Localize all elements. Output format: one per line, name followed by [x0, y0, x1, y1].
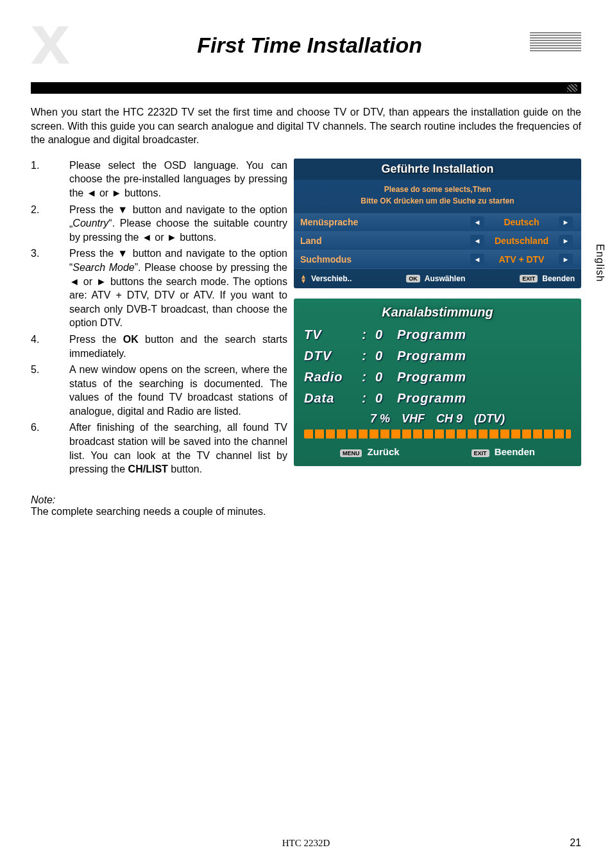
osd1-row-label: Land	[300, 236, 468, 246]
arrow-right-icon[interactable]: ►	[559, 235, 573, 247]
page-number: 21	[570, 837, 581, 849]
osd-channel-tuning: Kanalabstimmung TV:0ProgrammDTV:0Program…	[294, 299, 581, 466]
arrow-left-icon[interactable]: ◄	[470, 254, 484, 265]
osd-guided-installation: Geführte Installation Please do some sel…	[294, 159, 581, 288]
osd1-row-value: ATV + DTV	[486, 254, 557, 265]
osd1-row-value: Deutschland	[486, 236, 557, 246]
exit-key-icon: EXIT	[520, 275, 538, 282]
step-text: Press the ▼ button and navigate to the o…	[69, 247, 287, 330]
osd2-row-name: DTV	[304, 349, 359, 363]
note-block: Note: The complete searching needs a cou…	[31, 494, 581, 517]
osd2-row-label: Programm	[397, 349, 571, 363]
osd2-row-label: Programm	[397, 391, 571, 406]
arrow-right-icon[interactable]: ►	[559, 216, 573, 228]
progress-bar	[304, 430, 571, 438]
step-text: A new window opens on the screen, where …	[69, 363, 287, 418]
step-item: 4.Press the OK button and the search sta…	[31, 333, 287, 360]
osd1-row-value: Deutsch	[486, 217, 557, 227]
footer-model: HTC 2232D	[282, 838, 330, 849]
osd1-option-row[interactable]: Land◄Deutschland►	[294, 232, 581, 250]
step-text: Press the OK button and the search start…	[69, 333, 287, 360]
step-item: 3.Press the ▼ button and navigate to the…	[31, 247, 287, 330]
osd2-row-name: Radio	[304, 370, 359, 385]
step-text: After finishing of the searching, all fo…	[69, 421, 287, 476]
menu-key-icon: MENU	[340, 449, 362, 457]
page-title: First Time Installation	[38, 33, 581, 58]
logo-x: x	[31, 14, 64, 64]
osd2-result-row: Data:0Programm	[304, 391, 571, 406]
osd2-footer: MENU Zurück EXIT Beenden	[304, 446, 571, 457]
arrow-left-icon[interactable]: ◄	[470, 235, 484, 247]
exit-key-icon: EXIT	[472, 449, 489, 457]
ok-key-icon: OK	[406, 275, 420, 282]
osd1-footer: ▲▼ Verschieb.. OK Auswählen EXIT Beenden	[294, 269, 581, 288]
side-tab-language: English	[594, 244, 606, 282]
step-number: 1.	[31, 159, 69, 200]
osd2-result-row: Radio:0Programm	[304, 370, 571, 385]
osd2-row-count: 0	[370, 327, 397, 342]
header-bar	[31, 82, 581, 94]
osd2-row-name: Data	[304, 391, 359, 406]
osd1-option-row[interactable]: Menüsprache◄Deutsch►	[294, 213, 581, 232]
intro-paragraph: When you start the HTC 2232D TV set the …	[31, 105, 581, 147]
note-label: Note:	[31, 494, 581, 506]
steps-list: 1.Please select the OSD language. You ca…	[31, 159, 287, 476]
step-number: 4.	[31, 333, 69, 360]
osd2-row-label: Programm	[397, 327, 571, 342]
osd2-title: Kanalabstimmung	[304, 305, 571, 320]
step-number: 3.	[31, 247, 69, 330]
osd1-row-label: Menüsprache	[300, 217, 468, 227]
osd1-title: Geführte Installation	[294, 159, 581, 180]
step-text: Please select the OSD language. You can …	[69, 159, 287, 200]
osd1-option-row[interactable]: Suchmodus◄ATV + DTV►	[294, 250, 581, 269]
osd2-row-count: 0	[370, 370, 397, 385]
osd1-subtitle: Please do some selects,Then Bitte OK drü…	[294, 180, 581, 213]
osd2-row-count: 0	[370, 391, 397, 406]
step-number: 2.	[31, 203, 69, 245]
osd2-row-name: TV	[304, 327, 359, 342]
step-item: 5.A new window opens on the screen, wher…	[31, 363, 287, 418]
osd2-result-row: DTV:0Programm	[304, 349, 571, 363]
step-text: Press the ▼ button and navigate to the o…	[69, 203, 287, 245]
osd2-result-row: TV:0Programm	[304, 327, 571, 342]
step-item: 2.Press the ▼ button and navigate to the…	[31, 203, 287, 245]
osd2-row-label: Programm	[397, 370, 571, 385]
arrow-left-icon[interactable]: ◄	[470, 216, 484, 228]
step-number: 6.	[31, 421, 69, 476]
osd1-row-label: Suchmodus	[300, 254, 468, 265]
page-footer: HTC 2232D	[31, 838, 581, 849]
osd2-row-count: 0	[370, 349, 397, 363]
osd2-status: 7 % VHF CH 9 (DTV)	[304, 412, 571, 426]
updown-icon: ▲▼	[300, 274, 307, 283]
step-item: 1.Please select the OSD language. You ca…	[31, 159, 287, 200]
note-text: The complete searching needs a couple of…	[31, 506, 581, 517]
arrow-right-icon[interactable]: ►	[559, 254, 573, 265]
step-item: 6.After finishing of the searching, all …	[31, 421, 287, 476]
step-number: 5.	[31, 363, 69, 418]
corner-decoration	[530, 32, 581, 51]
